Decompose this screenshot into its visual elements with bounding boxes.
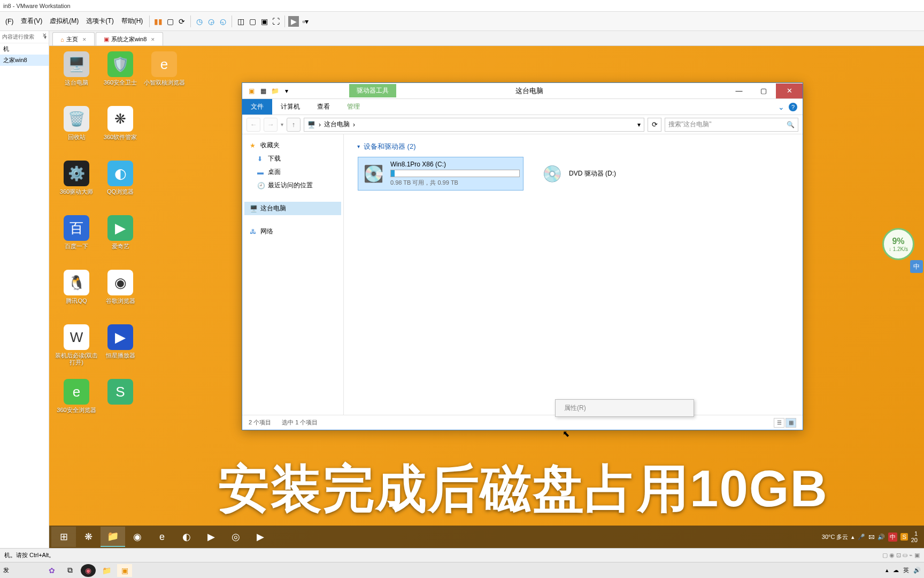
host-taskbar-item[interactable]: ◉: [81, 564, 96, 577]
properties-icon[interactable]: ▦: [258, 86, 268, 96]
tab-home[interactable]: ⌂ 主页 ✕: [52, 32, 95, 45]
breadcrumb[interactable]: 这台电脑: [324, 120, 350, 129]
host-vmware[interactable]: ▣: [117, 564, 132, 577]
desktop-icon[interactable]: e小智双核浏览器: [142, 51, 186, 105]
taskbar-item[interactable]: e: [150, 527, 174, 547]
group-header[interactable]: 设备和驱动器 (2): [351, 140, 795, 157]
taskbar-item[interactable]: ▶: [248, 527, 273, 547]
desktop-icon[interactable]: S: [98, 379, 142, 432]
desktop-icon[interactable]: ◐QQ浏览器: [98, 161, 142, 214]
tree-item[interactable]: 之家win8: [0, 55, 49, 66]
clock[interactable]: 120: [911, 530, 918, 543]
taskbar-item[interactable]: ◎: [224, 527, 248, 547]
explorer-titlebar[interactable]: ▣ ▦ 📁 ▾ 驱动器工具 这台电脑 — ▢ ✕: [242, 83, 803, 99]
taskbar-item[interactable]: ◉: [125, 527, 150, 547]
chevron-down-icon[interactable]: ▾: [282, 86, 291, 96]
menu-tabs[interactable]: 选项卡(T): [83, 14, 117, 28]
host-taskbar-item[interactable]: ✿: [44, 564, 59, 577]
ime-icon[interactable]: 中: [888, 533, 897, 542]
library-search[interactable]: 内容进行搜索▾: [0, 31, 49, 43]
speed-monitor-widget[interactable]: 9% ↓ 1.2K/s: [882, 228, 914, 260]
volume-icon[interactable]: 🔊: [877, 534, 885, 541]
app-icon[interactable]: ▣: [247, 86, 256, 96]
minimize-button[interactable]: —: [727, 83, 751, 98]
details-view-button[interactable]: ☰: [774, 418, 784, 428]
tray-icon[interactable]: 🖂: [868, 534, 874, 540]
desktop-icon[interactable]: ◉谷歌浏览器: [98, 270, 142, 323]
snapshot-mgr-icon[interactable]: ◶: [206, 16, 217, 27]
chevron-down-icon[interactable]: ▾: [281, 121, 283, 127]
pause-icon[interactable]: ▮▮: [153, 16, 164, 27]
back-button[interactable]: ←: [247, 118, 260, 132]
host-ime-icon[interactable]: 英: [903, 566, 909, 574]
menu-help[interactable]: 帮助(H): [118, 14, 147, 28]
content-pane[interactable]: 设备和驱动器 (2) 💽 Win8.1Pro X86 (C:) 0.98 TB …: [344, 134, 803, 415]
host-tray[interactable]: ▴ ☁ 英 🔊: [886, 566, 921, 574]
guest-desktop[interactable]: 🖥️这台电脑🛡️360安全卫士e小智双核浏览器🗑️回收站❋360软件管家⚙️36…: [49, 46, 924, 548]
close-icon[interactable]: ✕: [42, 32, 47, 38]
desktop-icon[interactable]: ▶爱奇艺: [98, 215, 142, 269]
toolbar-icon[interactable]: ⟳: [176, 16, 187, 27]
close-icon[interactable]: ✕: [82, 37, 87, 42]
menu-vm[interactable]: 虚拟机(M): [47, 14, 82, 28]
maximize-button[interactable]: ▢: [751, 83, 776, 98]
taskbar-item[interactable]: ◐: [174, 527, 199, 547]
close-icon[interactable]: ✕: [151, 37, 155, 42]
desktop-icon[interactable]: 🛡️360安全卫士: [98, 51, 142, 105]
folder-icon[interactable]: 📁: [270, 86, 280, 96]
context-properties[interactable]: 属性(R): [557, 401, 692, 415]
layout-icon[interactable]: ⛶: [271, 16, 281, 27]
menu-view[interactable]: 查看(V): [18, 14, 45, 28]
host-volume-icon[interactable]: 🔊: [913, 567, 921, 574]
host-tray-chevron-icon[interactable]: ▴: [886, 567, 889, 574]
weather[interactable]: 30°C 多云: [822, 533, 849, 541]
tab-vm[interactable]: ▣ 系统之家win8 ✕: [96, 32, 164, 45]
taskbar-item[interactable]: ▶: [199, 527, 224, 547]
start-button[interactable]: ⊞: [51, 527, 76, 547]
desktop-icon[interactable]: ❋360软件管家: [98, 106, 142, 159]
search-icon[interactable]: 🔍: [787, 121, 795, 128]
tree-item[interactable]: 机: [0, 43, 49, 55]
drive-item[interactable]: 💽 Win8.1Pro X86 (C:) 0.98 TB 可用，共 0.99 T…: [358, 157, 523, 191]
forward-button[interactable]: →: [264, 118, 278, 132]
toolbar-icon[interactable]: ▢: [165, 16, 175, 27]
desktop-icon[interactable]: 🗑️回收站: [55, 106, 98, 159]
layout-icon[interactable]: ◫: [235, 16, 246, 27]
unity-icon[interactable]: ▫▾: [300, 16, 311, 27]
taskbar-item[interactable]: ❋: [76, 527, 101, 547]
host-explorer[interactable]: 📁: [99, 564, 114, 577]
toolbar-icon[interactable]: ◵: [218, 16, 228, 27]
tray-chevron-icon[interactable]: ▴: [851, 534, 854, 541]
desktop-icon[interactable]: ▶恒星播放器: [98, 324, 142, 378]
taskbar-explorer[interactable]: 📁: [101, 527, 125, 547]
sidebar-downloads[interactable]: ⬇下载: [244, 152, 341, 165]
desktop-icon[interactable]: ⚙️360驱动大师: [55, 161, 98, 214]
fullscreen-icon[interactable]: ▶: [288, 16, 299, 27]
help-icon[interactable]: ?: [789, 103, 797, 111]
search-input[interactable]: 搜索"这台电脑" 🔍: [665, 118, 798, 132]
desktop-icon[interactable]: 百百度一下: [55, 215, 98, 269]
host-tray-icon[interactable]: ☁: [893, 567, 899, 574]
desktop-icon[interactable]: W装机后必读(双击打开): [55, 324, 98, 378]
ime-indicator[interactable]: 中: [910, 260, 923, 273]
tray-icon[interactable]: 🎤: [858, 534, 865, 541]
address-bar[interactable]: 🖥️ › 这台电脑 › ▾: [304, 118, 644, 132]
ribbon-tab-file[interactable]: 文件: [242, 99, 272, 115]
layout-icon[interactable]: ▣: [259, 16, 270, 27]
close-button[interactable]: ✕: [776, 83, 803, 98]
ribbon-tab-manage[interactable]: 管理: [338, 99, 368, 115]
up-button[interactable]: ↑: [287, 118, 301, 132]
sidebar-thispc[interactable]: 🖥️这台电脑: [244, 202, 341, 215]
device-icons[interactable]: ▢ ◉ ⊡ ⛀ ⌁ ▣: [882, 552, 920, 559]
menu-file[interactable]: (F): [2, 16, 17, 27]
host-task-view[interactable]: ⧉: [63, 564, 78, 577]
chevron-down-icon[interactable]: ⌄: [778, 103, 784, 111]
desktop-icon[interactable]: 🖥️这台电脑: [55, 51, 98, 105]
sidebar-favorites[interactable]: ★收藏夹: [244, 139, 341, 152]
sidebar-desktop[interactable]: ▬桌面: [244, 165, 341, 179]
snapshot-icon[interactable]: ◷: [194, 16, 205, 27]
tiles-view-button[interactable]: ▦: [786, 418, 796, 428]
ribbon-tab-view[interactable]: 查看: [309, 99, 338, 115]
tray-icon[interactable]: S: [900, 533, 907, 541]
sidebar-network[interactable]: 🖧网络: [244, 225, 341, 238]
